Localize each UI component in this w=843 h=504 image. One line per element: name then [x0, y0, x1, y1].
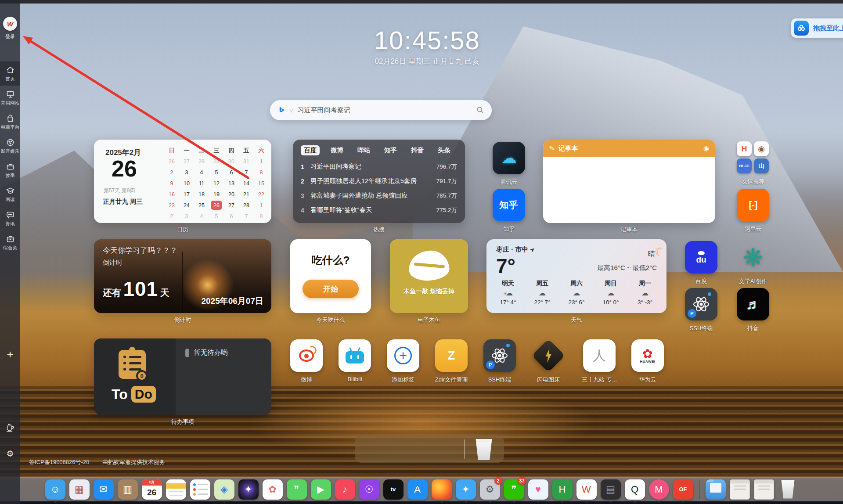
search-input[interactable]: 习近平田间考察记 [297, 106, 476, 115]
calendar-day-cell[interactable]: 7 [239, 167, 254, 178]
dock-photos-icon[interactable]: ✿ [263, 479, 283, 500]
add-category-button[interactable]: + [0, 348, 20, 361]
search-icon[interactable] [476, 106, 485, 115]
calendar-day-cell[interactable]: 8 [254, 211, 269, 222]
hot-tab-哔站[interactable]: 哔站 [354, 145, 373, 155]
dock-launchpad-icon[interactable]: ▦ [69, 479, 90, 500]
calendar-day-cell[interactable]: 6 [224, 167, 239, 178]
todo-widget[interactable]: 0 To Do 暂无待办哟 [94, 338, 271, 415]
dock-music-icon[interactable]: ♪ [335, 479, 355, 500]
hot-tab-抖音[interactable]: 抖音 [408, 145, 427, 155]
calendar-day-cell[interactable]: 26 [164, 156, 179, 167]
hot-search-item[interactable]: 1习近平田间考察记796.7万 [301, 159, 457, 174]
app-site39[interactable]: 人 三十九站-专... [575, 339, 623, 384]
trash-icon[interactable] [474, 439, 494, 460]
calendar-day-cell[interactable]: 22 [254, 189, 269, 200]
app-huawei-cloud[interactable]: ✿ HUAWEI 华为云 [623, 339, 672, 384]
hot-tab-微博[interactable]: 微博 [328, 145, 346, 155]
calendar-day-cell[interactable]: 14 [239, 178, 254, 189]
login-button[interactable]: 登录 [0, 33, 20, 40]
dock-calendar-icon[interactable]: 2月26 [142, 479, 162, 500]
calendar-day-cell[interactable]: 5 [209, 211, 224, 222]
dock-minimized-window-1-icon[interactable] [730, 479, 750, 500]
sidebar-item-home[interactable]: 首页 [0, 61, 20, 86]
calendar-day-cell[interactable]: 27 [224, 200, 239, 211]
calendar-day-cell[interactable]: 3 [179, 167, 194, 178]
calendar-day-cell[interactable]: 9 [164, 178, 179, 189]
calendar-day-cell[interactable]: 17 [179, 189, 194, 200]
calendar-day-cell[interactable]: 30 [224, 156, 239, 167]
dock-meitu-icon[interactable]: M [649, 479, 669, 500]
app-zhihu[interactable]: 知乎 知乎 [485, 189, 533, 233]
app-add-tag[interactable]: + 添加标签 [379, 339, 427, 384]
calendar-day-cell[interactable]: 1 [254, 156, 269, 167]
calendar-day-cell[interactable]: 23 [164, 200, 179, 211]
dock-settings-icon[interactable]: ⚙2 [480, 479, 500, 500]
dock-downloads-folder-icon[interactable] [706, 479, 726, 500]
bing-logo-icon[interactable] [277, 106, 286, 115]
hot-search-item[interactable]: 4看哪里即将“签收”春天775.2万 [301, 203, 457, 217]
dock-firefox-icon[interactable] [432, 479, 452, 500]
calendar-widget[interactable]: 2025年2月 26 第57天 第9周 正月廿九 周三 日一二三四五六26272… [94, 140, 271, 223]
search-bar[interactable]: ▽ 习近平田间考察记 [270, 100, 492, 120]
calendar-day-cell[interactable]: 28 [239, 200, 254, 211]
search-engine-dropdown[interactable]: ▽ [289, 108, 293, 113]
app-ai-writing[interactable]: ❋ 文学AI创作 [729, 241, 777, 285]
dock-minimized-window-2-icon[interactable] [754, 479, 774, 500]
calendar-day-cell[interactable]: 24 [179, 200, 194, 211]
app-ssh-terminal[interactable]: P SSH终端 [677, 288, 725, 332]
calendar-day-cell[interactable]: 18 [194, 189, 209, 200]
calendar-day-cell[interactable]: 8 [254, 167, 269, 178]
calendar-selected-day[interactable]: 26 [209, 200, 224, 211]
calendar-day-cell[interactable]: 2 [164, 211, 179, 222]
dock-facetime-icon[interactable]: ▶ [311, 479, 331, 500]
calendar-day-cell[interactable]: 4 [194, 167, 209, 178]
app-bilibili[interactable]: Bilibili [331, 339, 379, 382]
calendar-day-cell[interactable]: 19 [209, 189, 224, 200]
app-douyin[interactable]: ♬ 抖音 [729, 288, 777, 332]
sidebar-item-reading[interactable]: 阅读 [0, 182, 20, 206]
calendar-day-cell[interactable]: 21 [239, 189, 254, 200]
dock-wechat-icon[interactable]: ❞37 [504, 479, 524, 500]
calendar-day-cell[interactable]: 7 [239, 211, 254, 222]
sidebar-item-news[interactable]: 资讯 [0, 206, 20, 230]
calendar-day-cell[interactable]: 1 [254, 200, 269, 211]
calendar-day-cell[interactable]: 16 [164, 189, 179, 200]
dock-finder-icon[interactable]: ☺ [45, 479, 65, 500]
dock-wps-icon[interactable]: W [576, 479, 597, 500]
calendar-day-cell[interactable]: 11 [194, 178, 209, 189]
calendar-day-cell[interactable]: 10 [179, 178, 194, 189]
sidebar-item-general[interactable]: 综合类 [0, 230, 20, 255]
drag-upload-button[interactable]: 拖拽至此上传 [791, 18, 843, 38]
app-aliyun[interactable]: [-] 阿里云 [729, 189, 777, 233]
dock-app-store-icon[interactable]: A [407, 479, 428, 500]
dock-notes-icon[interactable] [166, 479, 186, 500]
calendar-day-cell[interactable]: 2 [164, 167, 179, 178]
app-zdir[interactable]: Z Zdir文件管理 [427, 339, 476, 384]
calendar-day-cell[interactable]: 25 [194, 200, 209, 211]
dock-siri-icon[interactable]: ✦ [238, 479, 259, 500]
hot-tab-百度[interactable]: 百度 [301, 145, 320, 155]
calendar-day-cell[interactable]: 28 [194, 156, 209, 167]
coffee-icon[interactable] [5, 422, 15, 435]
dock-apple-tv-icon[interactable]: tv [383, 479, 403, 500]
dock-safari-icon[interactable]: ✦ [456, 479, 476, 500]
app-flash-imagebed[interactable]: 闪电图床 [524, 339, 573, 384]
app-baidu[interactable]: du 百度 [677, 241, 725, 285]
calendar-day-cell[interactable]: 27 [179, 156, 194, 167]
calendar-day-cell[interactable]: 4 [194, 211, 209, 222]
notepad-widget[interactable]: ✎ 记事本 ◉ [543, 140, 715, 223]
weather-widget[interactable]: 枣庄 · 市中➤ 7° 晴 ☾ 最高16°C ~ 最低2°C 明天☀☁17° 4… [486, 239, 666, 313]
calendar-day-cell[interactable]: 20 [224, 189, 239, 200]
calendar-day-cell[interactable]: 29 [209, 156, 224, 167]
hot-tab-知乎[interactable]: 知乎 [381, 145, 400, 155]
dock-hbuilder-icon[interactable]: H [552, 479, 573, 500]
dock-app-pink-cloud-icon[interactable]: ♥ [528, 479, 548, 500]
sidebar-item-media[interactable]: 影音娱乐 [0, 134, 20, 158]
sidebar-item-efficiency[interactable]: 效率 [0, 158, 20, 182]
start-button[interactable]: 开始 [303, 280, 359, 298]
dock-messages-icon[interactable]: ❞ [287, 479, 307, 500]
hot-search-item[interactable]: 2男子照顾独居老人12年继承北京5套房791.7万 [301, 174, 457, 188]
dock-maps-icon[interactable]: ◈ [214, 479, 234, 500]
app-ssh-terminal-2[interactable]: P SSH终端 [476, 339, 524, 384]
